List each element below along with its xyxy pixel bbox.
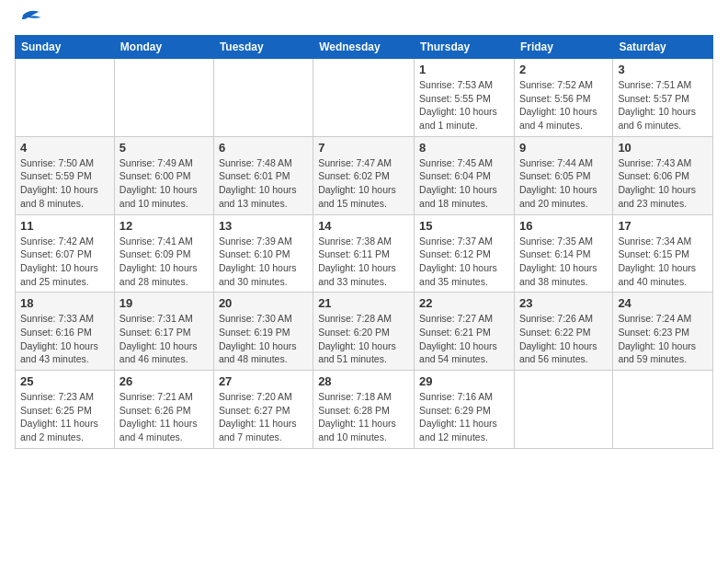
day-info: Sunrise: 7:47 AMSunset: 6:02 PMDaylight:…: [318, 156, 409, 211]
calendar-day-cell: 6Sunrise: 7:48 AMSunset: 6:01 PMDaylight…: [213, 136, 313, 214]
day-info: Sunrise: 7:24 AMSunset: 6:23 PMDaylight:…: [618, 312, 708, 366]
calendar-day-cell: 1Sunrise: 7:53 AMSunset: 5:55 PMDaylight…: [415, 59, 515, 137]
day-info: Sunrise: 7:20 AMSunset: 6:27 PMDaylight:…: [219, 390, 308, 444]
calendar-day-cell: 23Sunrise: 7:26 AMSunset: 6:22 PMDayligh…: [514, 293, 612, 371]
calendar-week-row: 18Sunrise: 7:33 AMSunset: 6:16 PMDayligh…: [16, 293, 713, 371]
calendar-day-cell: 3Sunrise: 7:51 AMSunset: 5:57 PMDaylight…: [613, 59, 713, 137]
calendar-day-cell: 16Sunrise: 7:35 AMSunset: 6:14 PMDayligh…: [514, 214, 612, 293]
day-info: Sunrise: 7:43 AMSunset: 6:06 PMDaylight:…: [618, 156, 708, 211]
day-info: Sunrise: 7:42 AMSunset: 6:07 PMDaylight:…: [20, 235, 109, 289]
day-number: 26: [119, 374, 209, 388]
calendar-day-cell: 4Sunrise: 7:50 AMSunset: 5:59 PMDaylight…: [16, 136, 115, 214]
day-number: 28: [318, 374, 409, 388]
day-number: 21: [318, 296, 409, 310]
day-info: Sunrise: 7:38 AMSunset: 6:11 PMDaylight:…: [318, 235, 409, 289]
day-number: 16: [519, 219, 608, 233]
calendar-day-cell: 28Sunrise: 7:18 AMSunset: 6:28 PMDayligh…: [313, 371, 415, 449]
weekday-header-cell: Friday: [514, 36, 612, 59]
day-number: 24: [618, 296, 708, 310]
calendar-day-cell: 11Sunrise: 7:42 AMSunset: 6:07 PMDayligh…: [16, 214, 115, 293]
weekday-header-cell: Wednesday: [313, 36, 415, 59]
day-info: Sunrise: 7:18 AMSunset: 6:28 PMDaylight:…: [318, 390, 409, 444]
day-info: Sunrise: 7:37 AMSunset: 6:12 PMDaylight:…: [419, 235, 509, 289]
calendar-week-row: 4Sunrise: 7:50 AMSunset: 5:59 PMDaylight…: [16, 136, 713, 214]
day-number: 3: [618, 63, 708, 76]
day-number: 20: [219, 296, 308, 310]
logo-bird-icon: [17, 7, 42, 24]
calendar-day-cell: 26Sunrise: 7:21 AMSunset: 6:26 PMDayligh…: [114, 371, 213, 449]
day-info: Sunrise: 7:41 AMSunset: 6:09 PMDaylight:…: [119, 235, 209, 289]
calendar-week-row: 25Sunrise: 7:23 AMSunset: 6:25 PMDayligh…: [16, 371, 713, 449]
calendar-day-cell: 10Sunrise: 7:43 AMSunset: 6:06 PMDayligh…: [613, 136, 713, 214]
day-info: Sunrise: 7:28 AMSunset: 6:20 PMDaylight:…: [318, 312, 409, 366]
calendar-day-cell: 13Sunrise: 7:39 AMSunset: 6:10 PMDayligh…: [213, 214, 313, 293]
day-number: 6: [219, 141, 308, 155]
weekday-header-cell: Saturday: [613, 36, 713, 59]
calendar-day-cell: [514, 371, 612, 449]
calendar-day-cell: 14Sunrise: 7:38 AMSunset: 6:11 PMDayligh…: [313, 214, 415, 293]
day-info: Sunrise: 7:16 AMSunset: 6:29 PMDaylight:…: [419, 390, 509, 444]
day-info: Sunrise: 7:31 AMSunset: 6:17 PMDaylight:…: [119, 312, 209, 366]
day-number: 2: [519, 63, 608, 76]
calendar-day-cell: 17Sunrise: 7:34 AMSunset: 6:15 PMDayligh…: [613, 214, 713, 293]
calendar-day-cell: 27Sunrise: 7:20 AMSunset: 6:27 PMDayligh…: [213, 371, 313, 449]
page-header: [15, 15, 713, 24]
day-number: 4: [20, 141, 109, 155]
weekday-header-cell: Thursday: [415, 36, 515, 59]
day-number: 18: [20, 296, 109, 310]
logo: [15, 15, 42, 24]
day-info: Sunrise: 7:48 AMSunset: 6:01 PMDaylight:…: [219, 156, 308, 211]
calendar-day-cell: 20Sunrise: 7:30 AMSunset: 6:19 PMDayligh…: [213, 293, 313, 371]
calendar-day-cell: 12Sunrise: 7:41 AMSunset: 6:09 PMDayligh…: [114, 214, 213, 293]
day-number: 8: [419, 141, 509, 155]
calendar-day-cell: 8Sunrise: 7:45 AMSunset: 6:04 PMDaylight…: [415, 136, 515, 214]
calendar-day-cell: [213, 59, 313, 137]
day-number: 7: [318, 141, 409, 155]
calendar-body: 1Sunrise: 7:53 AMSunset: 5:55 PMDaylight…: [16, 59, 713, 449]
calendar-day-cell: 21Sunrise: 7:28 AMSunset: 6:20 PMDayligh…: [313, 293, 415, 371]
day-info: Sunrise: 7:50 AMSunset: 5:59 PMDaylight:…: [20, 156, 109, 211]
calendar-day-cell: 7Sunrise: 7:47 AMSunset: 6:02 PMDaylight…: [313, 136, 415, 214]
day-number: 13: [219, 219, 308, 233]
day-info: Sunrise: 7:27 AMSunset: 6:21 PMDaylight:…: [419, 312, 509, 366]
day-info: Sunrise: 7:33 AMSunset: 6:16 PMDaylight:…: [20, 312, 109, 366]
day-number: 11: [20, 219, 109, 233]
day-number: 25: [20, 374, 109, 388]
calendar-day-cell: 5Sunrise: 7:49 AMSunset: 6:00 PMDaylight…: [114, 136, 213, 214]
calendar-day-cell: 22Sunrise: 7:27 AMSunset: 6:21 PMDayligh…: [415, 293, 515, 371]
day-info: Sunrise: 7:30 AMSunset: 6:19 PMDaylight:…: [219, 312, 308, 366]
day-number: 14: [318, 219, 409, 233]
day-info: Sunrise: 7:49 AMSunset: 6:00 PMDaylight:…: [119, 156, 209, 211]
calendar-day-cell: [313, 59, 415, 137]
day-number: 5: [119, 141, 209, 155]
calendar-day-cell: 9Sunrise: 7:44 AMSunset: 6:05 PMDaylight…: [514, 136, 612, 214]
day-number: 19: [119, 296, 209, 310]
day-info: Sunrise: 7:26 AMSunset: 6:22 PMDaylight:…: [519, 312, 608, 366]
calendar-day-cell: [114, 59, 213, 137]
calendar-day-cell: 19Sunrise: 7:31 AMSunset: 6:17 PMDayligh…: [114, 293, 213, 371]
calendar-table: SundayMondayTuesdayWednesdayThursdayFrid…: [15, 35, 713, 449]
day-info: Sunrise: 7:53 AMSunset: 5:55 PMDaylight:…: [419, 78, 509, 132]
calendar-day-cell: 25Sunrise: 7:23 AMSunset: 6:25 PMDayligh…: [16, 371, 115, 449]
day-info: Sunrise: 7:52 AMSunset: 5:56 PMDaylight:…: [519, 78, 608, 132]
day-info: Sunrise: 7:51 AMSunset: 5:57 PMDaylight:…: [618, 78, 708, 132]
day-number: 15: [419, 219, 509, 233]
day-number: 12: [119, 219, 209, 233]
calendar-day-cell: 24Sunrise: 7:24 AMSunset: 6:23 PMDayligh…: [613, 293, 713, 371]
day-info: Sunrise: 7:35 AMSunset: 6:14 PMDaylight:…: [519, 235, 608, 289]
day-info: Sunrise: 7:21 AMSunset: 6:26 PMDaylight:…: [119, 390, 209, 444]
calendar-day-cell: 29Sunrise: 7:16 AMSunset: 6:29 PMDayligh…: [415, 371, 515, 449]
day-info: Sunrise: 7:45 AMSunset: 6:04 PMDaylight:…: [419, 156, 509, 211]
day-info: Sunrise: 7:34 AMSunset: 6:15 PMDaylight:…: [618, 235, 708, 289]
day-number: 27: [219, 374, 308, 388]
day-number: 10: [618, 141, 708, 155]
day-number: 22: [419, 296, 509, 310]
calendar-week-row: 11Sunrise: 7:42 AMSunset: 6:07 PMDayligh…: [16, 214, 713, 293]
day-number: 1: [419, 63, 509, 76]
day-info: Sunrise: 7:39 AMSunset: 6:10 PMDaylight:…: [219, 235, 308, 289]
weekday-header-cell: Sunday: [16, 36, 115, 59]
day-number: 17: [618, 219, 708, 233]
calendar-day-cell: 2Sunrise: 7:52 AMSunset: 5:56 PMDaylight…: [514, 59, 612, 137]
day-info: Sunrise: 7:44 AMSunset: 6:05 PMDaylight:…: [519, 156, 608, 211]
weekday-header-cell: Tuesday: [213, 36, 313, 59]
